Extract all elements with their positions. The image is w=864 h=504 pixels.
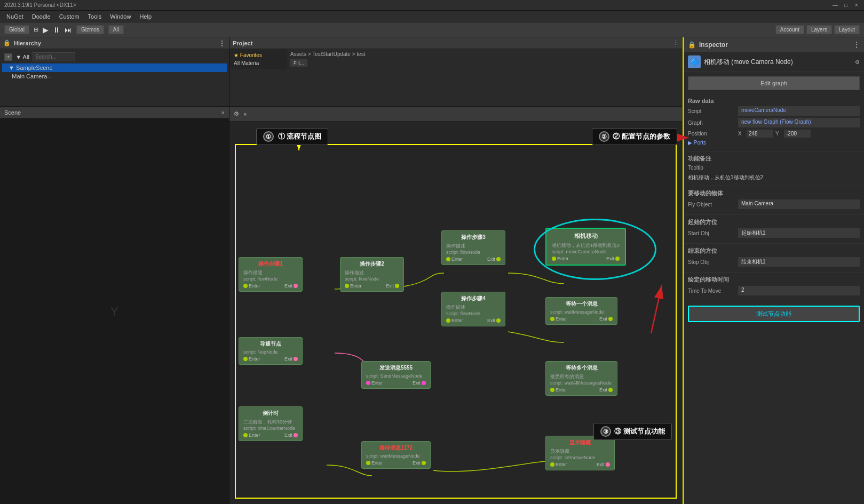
account-btn[interactable]: Account (775, 25, 804, 34)
flow-graph-x-icon[interactable]: × (243, 111, 247, 117)
y-label: Y (775, 131, 783, 137)
node-nop-script: script: NopNode (243, 349, 298, 355)
left-column: 🔒 Hierarchy ⋮ + ▼ All ▼ SampleScene Main… (0, 37, 229, 504)
play-btn[interactable]: ▶ (43, 26, 49, 34)
pos-y-input[interactable] (784, 130, 811, 138)
node-wait-all-exit: Exit (599, 387, 613, 393)
port-exit-nop (294, 357, 298, 361)
node-step2-ports: Enter Exit (345, 283, 399, 289)
pause-btn[interactable]: ⏸ (53, 26, 60, 34)
close-btn[interactable]: × (853, 2, 860, 9)
flow-settings-icon[interactable]: ⚙ (234, 110, 239, 117)
favorites-item[interactable]: ★ Favorites (232, 51, 286, 59)
hierarchy-menu-icon[interactable]: ⋮ (218, 39, 226, 47)
project-file-item[interactable]: Filt... (290, 59, 307, 67)
gizmos-btn[interactable]: Gizmos (76, 25, 104, 34)
title-bar: 2020.3.19f1 Personal <DX11> — □ × (0, 0, 864, 11)
node-receive-message[interactable]: 接待消息1172 script: waitMessageNode Enter E… (361, 441, 431, 469)
node-wait-all-title: 等待多个消息 (550, 364, 613, 372)
edit-graph-btn[interactable]: Edit graph (688, 76, 860, 90)
inspector-panel: 🔒 Inspector ⋮ 🔷 相机移动 (move Camera Node) … (683, 37, 864, 504)
menu-help[interactable]: Help (135, 12, 156, 21)
node-camera-move-desc: 相机移动，从机位1移动到机位2 (552, 242, 620, 249)
node-camera-move-ports: Enter Exit (552, 256, 620, 261)
port-enter-receive (366, 461, 370, 465)
maximize-btn[interactable]: □ (843, 2, 849, 9)
annotation-1-circle: ① (263, 131, 274, 142)
node-camera-move-title: 相机移动 (552, 232, 620, 240)
ports-toggle[interactable]: ▶ Ports (688, 140, 706, 146)
node-receive-title: 接待消息1172 (366, 444, 426, 452)
port-exit-wait (608, 317, 613, 321)
port-enter-waitall (550, 388, 554, 392)
node-step2-script: script: flowNode (345, 276, 399, 282)
annotation-3-circle: ③ (600, 426, 611, 437)
inspector-menu-icon[interactable]: ⋮ (853, 41, 860, 49)
node-wait-script: script: waitMessageNode (550, 309, 613, 315)
port-enter-icon2 (345, 284, 349, 288)
node-set-active-ports: Enter Exit (550, 462, 610, 467)
annotation-3-text: ③ 测试节点功能 (614, 427, 665, 436)
layers-btn[interactable]: Layers (806, 25, 832, 34)
node-send-script: script: SendMessageNode (366, 373, 426, 379)
close-icon[interactable]: × (221, 109, 225, 116)
all-btn[interactable]: All (108, 25, 124, 34)
step-btn[interactable]: ⏭ (65, 26, 72, 34)
stop-obj-field: Stop Obj 结束相机1 (688, 257, 860, 267)
menu-doodle[interactable]: Doodle (28, 12, 55, 21)
project-menu-icon[interactable]: ⋮ (673, 39, 679, 46)
node-timer[interactable]: 倒计时 二次醒发，耗时30分钟 script: timeCounterNode … (239, 406, 303, 441)
node-step4-title: 操作步骤4 (446, 295, 501, 302)
menu-window[interactable]: Window (106, 12, 135, 21)
hierarchy-header: 🔒 Hierarchy ⋮ (0, 37, 229, 49)
menu-tools[interactable]: Tools (84, 12, 106, 21)
port-exit-waitall (608, 388, 613, 392)
node-set-active-enter: Enter (550, 462, 567, 467)
project-title: Project (233, 40, 252, 46)
menu-custom[interactable]: Custom (55, 12, 84, 21)
x-label: X (738, 131, 746, 137)
node-step3[interactable]: 操作步骤3 操作描述 script: flowNode Enter Exit (441, 230, 505, 265)
hierarchy-maincamera[interactable]: Main Camera-- (2, 72, 227, 81)
node-send-enter: Enter (366, 380, 383, 386)
scene-view-label: Scene (4, 109, 21, 116)
title-bar-title: 2020.3.19f1 Personal <DX11> (4, 2, 832, 8)
all-materials-item[interactable]: All Materia (232, 59, 286, 67)
node-camera-move[interactable]: 相机移动 相机移动，从机位1移动到机位2 script: moveCameraN… (545, 228, 626, 266)
script-label: Script (688, 108, 736, 114)
node-set-active[interactable]: 显示隐藏 显示隐藏 script: setActiveNode Enter Ex… (545, 436, 615, 470)
global-btn[interactable]: Global (4, 25, 29, 34)
port-exit-icon3 (496, 257, 501, 261)
hierarchy-samplescene[interactable]: ▼ SampleScene (2, 63, 227, 72)
port-exit-icon4 (496, 318, 501, 323)
hierarchy-add-btn[interactable]: + (4, 53, 12, 61)
fly-object-section: 要移动的物体 Fly Object Main Camera (684, 186, 864, 215)
node-step1[interactable]: 操作步骤1 操作描述 script: flowNode Enter Exit (239, 257, 303, 292)
node-wait-all[interactable]: 等待多个消息 接受所有的消息 script: waitAllMessagesNo… (545, 361, 617, 396)
node-send-ports: Enter Exit (366, 380, 426, 386)
time-title: 绘定的移动时间 (688, 276, 860, 284)
fly-obj-value: Main Camera (738, 199, 860, 209)
node-set-active-title: 显示隐藏 (550, 439, 610, 446)
raw-data-title: Raw data (688, 98, 860, 104)
pos-x-input[interactable] (747, 130, 773, 138)
flow-graph-canvas-area: ⚙ × ① ① 流程节点图 (229, 107, 682, 504)
layout-btn[interactable]: Layout (834, 25, 860, 34)
node-nop[interactable]: 导通节点 script: NopNode Enter Exit (239, 337, 303, 365)
graph-value: new flow Graph (Flow Graph) (738, 118, 860, 127)
node-step2-enter: Enter (345, 283, 362, 289)
node-step2[interactable]: 操作步骤2 操作描述 script: flowNode Enter Exit (340, 257, 404, 292)
node-wait-all-enter: Enter (550, 387, 567, 393)
node-step2-title: 操作步骤2 (345, 260, 399, 268)
hierarchy-search[interactable] (33, 52, 75, 61)
script-field: Script moveCameraNode (688, 106, 860, 116)
node-send-message[interactable]: 发送消息5555 script: SendMessageNode Enter E… (361, 361, 431, 389)
hierarchy-content: + ▼ All ▼ SampleScene Main Camera-- (0, 49, 229, 106)
menu-nuget[interactable]: NuGet (2, 12, 28, 21)
node-wait-message[interactable]: 等待一个消息 script: waitMessageNode Enter Exi… (545, 297, 617, 325)
annotation-1-text: ① 流程节点图 (278, 132, 322, 140)
inspector-settings-icon[interactable]: ⚙ (855, 59, 860, 65)
node-step4[interactable]: 操作步骤4 操作描述 script: flowNode Enter Exit (441, 292, 505, 326)
test-btn[interactable]: 测试节点功能 (688, 306, 860, 322)
minimize-btn[interactable]: — (832, 2, 838, 9)
